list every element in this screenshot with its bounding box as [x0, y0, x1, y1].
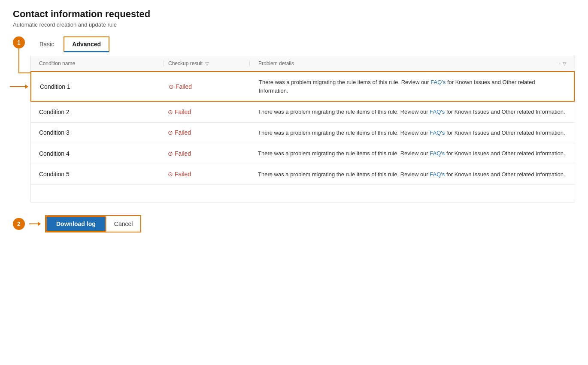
condition-1-status: ⊙ Failed: [164, 83, 250, 90]
badge2-arrow-head: [38, 222, 41, 226]
failed-icon: ⊙: [168, 150, 173, 157]
row1-connector: [10, 84, 28, 89]
condition-5-name: Condition 5: [30, 171, 164, 178]
bottom-actions: 2 Download log Cancel: [13, 215, 575, 232]
download-log-button[interactable]: Download log: [46, 216, 106, 232]
table-row: Condition 1 ⊙ Failed There was a problem…: [30, 71, 575, 102]
checkup-filter-icon[interactable]: ▽: [205, 61, 209, 66]
faq-link-5[interactable]: FAQ's: [430, 171, 445, 178]
conditions-table: Condition name Checkup result ▽ Problem …: [30, 56, 575, 202]
tab-advanced[interactable]: Advanced: [64, 36, 109, 52]
condition-4-problem: There was a problem migrating the rule i…: [249, 149, 575, 158]
sort-icons: ↑ ▽: [559, 61, 567, 66]
condition-2-problem: There was a problem migrating the rule i…: [249, 108, 575, 116]
failed-icon: ⊙: [168, 171, 173, 178]
condition-2-name: Condition 2: [30, 109, 164, 115]
cancel-button[interactable]: Cancel: [106, 216, 141, 232]
filter-icon-2[interactable]: ▽: [563, 61, 566, 66]
table-row: Condition 4 ⊙ Failed There was a problem…: [30, 143, 575, 164]
table-row: Condition 5 ⊙ Failed There was a problem…: [30, 164, 575, 185]
badge2-arrow-line: [29, 223, 38, 224]
table-empty-row: [30, 185, 575, 202]
condition-3-problem: There was a problem migrating the rule i…: [249, 129, 575, 137]
condition-5-problem: There was a problem migrating the rule i…: [249, 170, 575, 179]
condition-1-problem: There was a problem migrating the rule i…: [250, 78, 574, 95]
faq-link-1[interactable]: FAQ's: [430, 79, 446, 85]
step-badge-1: 1: [13, 36, 25, 48]
table-row: Condition 2 ⊙ Failed There was a problem…: [30, 102, 575, 123]
tab-basic[interactable]: Basic: [32, 37, 62, 52]
condition-4-status: ⊙ Failed: [164, 150, 249, 157]
condition-4-name: Condition 4: [30, 150, 164, 157]
step-badge-2: 2: [13, 218, 25, 230]
col-header-condition-name: Condition name: [30, 60, 164, 66]
connector-line-v: [18, 48, 19, 73]
condition-5-status: ⊙ Failed: [164, 171, 249, 178]
page-subtitle: Automatic record creation and update rul…: [13, 21, 575, 28]
table-header: Condition name Checkup result ▽ Problem …: [30, 56, 575, 71]
condition-3-status: ⊙ Failed: [164, 129, 249, 136]
sort-up-icon[interactable]: ↑: [559, 61, 561, 66]
col-header-checkup-result: Checkup result ▽: [164, 60, 249, 66]
faq-link-3[interactable]: FAQ's: [430, 130, 445, 136]
failed-icon: ⊙: [168, 109, 173, 115]
faq-link-2[interactable]: FAQ's: [430, 109, 445, 115]
bottom-buttons-container: Download log Cancel: [45, 215, 141, 232]
failed-icon: ⊙: [169, 83, 174, 90]
faq-link-4[interactable]: FAQ's: [430, 150, 445, 157]
condition-3-name: Condition 3: [30, 129, 164, 136]
table-row: Condition 3 ⊙ Failed There was a problem…: [30, 123, 575, 144]
col-header-problem-details: Problem details ↑ ▽: [249, 60, 575, 66]
condition-2-status: ⊙ Failed: [164, 109, 249, 115]
condition-1-name: Condition 1: [31, 83, 164, 90]
page-title: Contact information requested: [13, 9, 575, 20]
failed-icon: ⊙: [168, 129, 173, 136]
